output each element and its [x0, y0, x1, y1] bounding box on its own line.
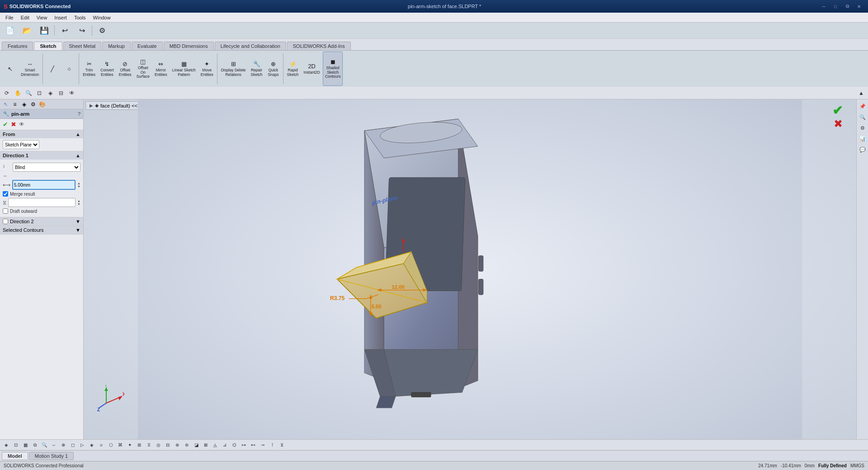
minimize-button[interactable]: ─ — [818, 2, 829, 10]
bt-btn1[interactable]: ◈ — [2, 441, 11, 450]
rp-icon2[interactable]: 🔍 — [858, 112, 868, 122]
bt-btn18[interactable]: ⊟ — [163, 441, 172, 450]
new-button[interactable]: 📄 — [2, 26, 18, 36]
bt-btn16[interactable]: ⧖ — [144, 441, 153, 450]
direction1-header[interactable]: Direction 1 ▲ — [0, 151, 83, 160]
pm-confirm-btn[interactable]: ✔ — [3, 121, 8, 128]
depth-down-btn[interactable]: ▼ — [77, 185, 80, 188]
pm-help-btn[interactable]: ? — [78, 111, 80, 117]
shaded-contours-btn[interactable]: ◼ ShadedSketchContours — [323, 52, 343, 86]
bt-btn13[interactable]: ⌘ — [116, 441, 125, 450]
selected-contours-section[interactable]: Selected Contours ▼ — [0, 226, 83, 235]
restore-button[interactable]: □ — [830, 2, 841, 10]
bt-btn11[interactable]: ⌾ — [97, 441, 106, 450]
bt-btn20[interactable]: ⊜ — [182, 441, 191, 450]
tab-lifecycle[interactable]: Lifecycle and Collaboration — [215, 42, 286, 50]
dir1-draft-input[interactable] — [8, 198, 75, 207]
line-btn[interactable]: ╱ — [44, 52, 61, 86]
bt-btn10[interactable]: ◈ — [87, 441, 96, 450]
pm-tab-list[interactable]: ≡ — [11, 100, 19, 108]
pm-preview-btn[interactable]: 👁 — [19, 121, 24, 127]
circle-btn[interactable]: ○ — [61, 52, 77, 86]
bt-btn27[interactable]: ⊷ — [249, 441, 258, 450]
collapse-btn[interactable]: ▲ — [856, 88, 866, 98]
bt-btn25[interactable]: ⌬ — [230, 441, 239, 450]
tab-sheet-metal[interactable]: Sheet Metal — [63, 42, 102, 50]
zoom-fit-btn[interactable]: ⊡ — [34, 88, 44, 98]
hide-btn[interactable]: 👁 — [67, 88, 77, 98]
draft-down-btn[interactable]: ▼ — [77, 202, 80, 206]
merge-result-check[interactable] — [3, 191, 8, 197]
rp-icon1[interactable]: 📌 — [858, 101, 868, 111]
menu-tools[interactable]: Tools — [71, 14, 90, 21]
draft-up-btn[interactable]: ▲ — [77, 199, 80, 202]
from-section-header[interactable]: From ▲ — [0, 130, 83, 138]
redo-button[interactable]: ↪ — [74, 26, 90, 36]
pm-tab-appearance[interactable]: 🎨 — [38, 100, 46, 108]
trim-entities-btn[interactable]: ✂ TrimEntities — [80, 52, 98, 86]
bt-btn9[interactable]: ▷ — [78, 441, 87, 450]
smart-dimension-btn[interactable]: ↔ SmartDimension — [19, 52, 41, 86]
bt-btn2[interactable]: ⊡ — [11, 441, 20, 450]
menu-window[interactable]: Window — [90, 14, 114, 21]
dir1-type-select[interactable]: Blind Through All Up To Vertex — [13, 163, 80, 172]
tab-markup[interactable]: Markup — [102, 42, 131, 50]
model-viewport[interactable]: R3.75 12.00 5.50 pin-plane — [84, 99, 856, 439]
repair-sketch-btn[interactable]: 🔧 RepairSketch — [249, 52, 265, 86]
rp-icon3[interactable]: ⚙ — [858, 123, 868, 133]
pm-tab-select[interactable]: ↖ — [2, 100, 10, 108]
model-tab[interactable]: Model — [2, 452, 28, 460]
rapid-sketch-btn[interactable]: ⚡ RapidSketch — [285, 52, 301, 86]
depth-up-btn[interactable]: ▲ — [77, 182, 80, 185]
direction2-section[interactable]: Direction 2 ▼ — [0, 217, 83, 226]
tab-evaluate[interactable]: Evaluate — [132, 42, 163, 50]
save-button[interactable]: 💾 — [36, 26, 52, 36]
bt-btn26[interactable]: ⊶ — [239, 441, 248, 450]
from-select[interactable]: Sketch Plane — [3, 140, 39, 149]
tab-sketch[interactable]: Sketch — [34, 42, 62, 50]
display-relations-btn[interactable]: ⊞ Display DeleteRelations — [219, 52, 248, 86]
dir1-depth-input[interactable] — [12, 180, 75, 190]
bt-btn28[interactable]: ⊸ — [258, 441, 267, 450]
bt-btn23[interactable]: ◬ — [211, 441, 220, 450]
bt-btn29[interactable]: ⊺ — [268, 441, 277, 450]
bt-btn17[interactable]: ◎ — [154, 441, 163, 450]
tab-addins[interactable]: SOLIDWORKS Add-Ins — [287, 42, 351, 50]
canvas-area[interactable]: ▶ ◈ face (Default) <<Default>... — [84, 99, 856, 439]
draft-outward-check[interactable] — [3, 208, 8, 214]
instant2d-btn[interactable]: 2D Instant2D — [302, 52, 322, 86]
linear-pattern-btn[interactable]: ▦ Linear SketchPattern — [170, 52, 198, 86]
rotate-btn[interactable]: ⟳ — [2, 88, 12, 98]
bt-btn15[interactable]: ⊞ — [135, 441, 144, 450]
menu-edit[interactable]: Edit — [17, 14, 33, 21]
tab-mbd[interactable]: MBD Dimensions — [164, 42, 214, 50]
open-button[interactable]: 📂 — [19, 26, 35, 36]
offset-surface-btn[interactable]: ◫ OffsetOnSurface — [134, 52, 152, 86]
offset-entities-btn[interactable]: ⊘ OffsetEntities — [117, 52, 134, 86]
bt-btn7[interactable]: ⊕ — [59, 441, 68, 450]
bt-btn24[interactable]: ⊿ — [220, 441, 229, 450]
pm-tab-config[interactable]: ⚙ — [29, 100, 37, 108]
bt-btn19[interactable]: ⊛ — [173, 441, 182, 450]
confirm-check-overlay[interactable]: ✔ — [832, 103, 843, 118]
menu-view[interactable]: View — [33, 14, 51, 21]
pm-tab-props[interactable]: ◈ — [20, 100, 28, 108]
bt-btn22[interactable]: ⊠ — [201, 441, 210, 450]
bt-btn3[interactable]: ▦ — [21, 441, 30, 450]
motion-study-tab[interactable]: Motion Study 1 — [29, 452, 74, 460]
direction2-check[interactable] — [3, 219, 8, 224]
convert-entities-btn[interactable]: ↯ ConvertEntities — [98, 52, 116, 86]
select-button[interactable]: ↖ — [2, 52, 18, 86]
bt-btn5[interactable]: 🔍 — [40, 441, 49, 450]
close-button[interactable]: ✕ — [854, 2, 864, 10]
options-button[interactable]: ⚙ — [94, 26, 110, 36]
move-entities-btn[interactable]: ✦ MoveEntities — [198, 52, 216, 86]
tab-features[interactable]: Features — [2, 42, 33, 50]
rp-icon5[interactable]: 💬 — [858, 145, 868, 155]
bt-btn12[interactable]: ⬡ — [106, 441, 115, 450]
quick-snaps-btn[interactable]: ⊕ QuickSnaps — [265, 52, 282, 86]
rp-icon4[interactable]: 📊 — [858, 134, 868, 144]
bt-btn4[interactable]: ⧉ — [30, 441, 39, 450]
bt-btn6[interactable]: ↔ — [49, 441, 58, 450]
section-btn[interactable]: ⊟ — [56, 88, 66, 98]
